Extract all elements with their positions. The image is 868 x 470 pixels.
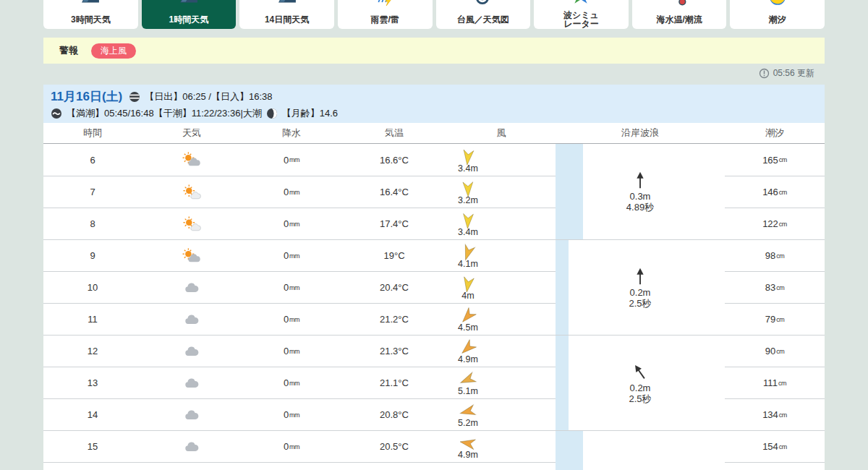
wind-cell: 3.4m (447, 144, 556, 176)
temp-value: 20.5°C (341, 431, 447, 462)
tab-item[interactable]: 波シミュ レーター (534, 0, 629, 29)
wave-direction-arrow-icon (630, 267, 650, 287)
wind-cell: 4.9m (447, 336, 556, 367)
tab-item[interactable]: 潮汐 (730, 0, 825, 29)
table-row: 14 0mm 20.8°C 5.2m (43, 398, 556, 430)
tide-number: 122 (762, 218, 778, 229)
precip-unit: mm (289, 189, 299, 196)
wave-height: 0.3m (630, 191, 651, 202)
tide-number: 134 (762, 409, 778, 420)
precip-value: 0mm (242, 240, 341, 271)
precip-value: 0mm (242, 208, 341, 239)
rain-lightning-icon (375, 0, 394, 7)
hour-value: 9 (43, 240, 142, 271)
cloudy-icon (182, 311, 202, 328)
table-row: 9 0mm 19°C 4.1m (43, 239, 556, 271)
tide-level-cell: 122cm (725, 208, 825, 239)
precip-unit: mm (289, 221, 299, 228)
tide-unit: cm (778, 380, 786, 387)
tide-unit: cm (779, 189, 787, 196)
weather-icon-cell (142, 336, 242, 367)
col-header-wind: 風 (447, 123, 556, 143)
wind-speed: 3.4m (458, 163, 478, 174)
precip-value: 0mm (242, 272, 341, 303)
wave-height: 0.2m (630, 383, 651, 393)
tab-item[interactable]: 14日間天気 (239, 0, 334, 29)
wind-cell: 4m (447, 272, 556, 303)
warning-bar: 警報 海上風 (43, 38, 825, 64)
table-row: 15 0mm 20.5°C 4.9m (43, 430, 556, 462)
tide-icon (768, 0, 787, 7)
sunrise-sunset-times: 【日出】06:25 /【日入】16:38 (145, 90, 272, 103)
tide-number: 83 (765, 282, 775, 293)
cloudy-icon (182, 343, 202, 360)
table-row: 8 0mm 17.4°C 3.4m (43, 208, 556, 239)
precip-number: 0 (284, 314, 289, 325)
precip-value: 0mm (242, 336, 341, 367)
wave-height-bar (556, 336, 569, 430)
weather-icon-cell (142, 431, 242, 462)
hour-value: 12 (43, 336, 142, 367)
precip-value: 0mm (242, 431, 341, 462)
table-row: 13 0mm 21.1°C 5.1m (43, 367, 556, 398)
wind-cell: 4.9m (447, 431, 556, 462)
tide-level-cell: 165cm (725, 144, 825, 176)
precip-number: 0 (284, 441, 289, 452)
tide-column: 165cm 146cm 122cm 98cm 83cm (725, 144, 825, 470)
wave-simulator-icon (571, 0, 590, 7)
table-row: 7 0mm 16.4°C 3.2m (43, 176, 556, 208)
tide-level-cell: 79cm (725, 303, 825, 335)
weather-icon-cell (142, 304, 242, 335)
tide-unit: cm (779, 156, 787, 163)
tide-number: 111 (763, 377, 778, 388)
high-low-tide-times: 【満潮】05:45/16:48【干潮】11:22/23:36|大潮 (67, 107, 262, 120)
partly-cloudy-icon (182, 247, 202, 265)
tab-item[interactable]: 3時間天気 (43, 0, 138, 29)
tab-item[interactable]: 台風／天気図 (436, 0, 531, 29)
precip-number: 0 (284, 218, 289, 229)
tide-number: 90 (765, 346, 775, 356)
tab-item[interactable]: 1時間天気 (142, 0, 237, 29)
tab-icon (81, 0, 100, 7)
wind-speed: 5.2m (458, 418, 478, 428)
sea-temperature-current-icon (670, 0, 689, 7)
temp-value: 17.4°C (341, 208, 447, 239)
precip-number: 0 (284, 155, 289, 166)
update-time: 05:56 更新 (759, 67, 814, 80)
precip-number: 0 (284, 187, 289, 197)
scenery-weather-icon (179, 0, 198, 7)
temp-value: 21.2°C (341, 304, 447, 335)
tab-item[interactable]: 海水温/潮流 (632, 0, 727, 29)
tide-level-cell (725, 462, 825, 470)
table-row: 11 0mm 21.2°C 4.5m (43, 303, 556, 335)
wind-speed: 4.9m (458, 450, 478, 460)
weather-icon-cell (142, 176, 242, 208)
weather-icon-cell (142, 272, 242, 303)
hour-value: 16 (43, 463, 142, 470)
tab-icon (768, 0, 787, 7)
precip-number: 0 (284, 250, 289, 261)
coastal-wave-column: 0.3m 4.89秒 0.2m 2.5秒 (556, 144, 725, 470)
hourly-rows: 6 0mm 16.6°C 3.4m (43, 144, 556, 470)
wind-cell: 3.2m (447, 176, 556, 208)
wind-speed: 4.5m (458, 322, 478, 333)
wind-cell: 4.1m (447, 240, 556, 271)
wave-group-cell: 0.3m 4.89秒 (556, 144, 725, 239)
tab-item[interactable]: 雨雲/雷 (338, 0, 433, 29)
wave-height-bar (556, 240, 569, 335)
tide-number: 79 (765, 314, 775, 325)
tab-label: 1時間天気 (142, 10, 237, 29)
weather-icon-cell (142, 144, 242, 176)
precip-unit: mm (289, 156, 299, 163)
wave-group-cell: 0.2m 2.5秒 (556, 335, 725, 430)
tide-unit: cm (776, 252, 784, 260)
hour-value: 11 (43, 304, 142, 335)
wind-speed: 4.9m (458, 354, 478, 364)
precip-value: 0mm (242, 367, 341, 398)
wave-period: 2.5秒 (629, 393, 651, 404)
precip-value: 0mm (242, 144, 341, 176)
hour-value: 7 (43, 176, 142, 208)
marine-wind-warning-badge[interactable]: 海上風 (91, 43, 136, 59)
wind-speed: 3.4m (458, 227, 478, 237)
col-header-precip: 降水 (242, 123, 341, 143)
